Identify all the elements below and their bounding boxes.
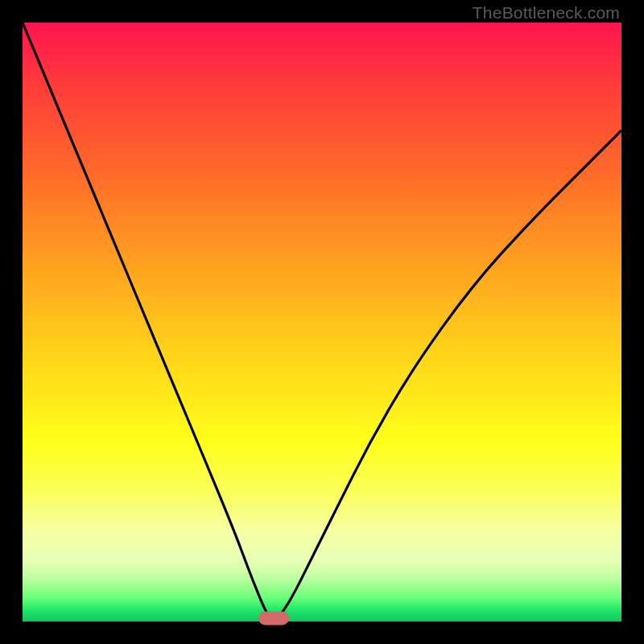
chart-frame: TheBottleneck.com: [0, 0, 644, 644]
curve-svg: [23, 23, 621, 621]
attribution-text: TheBottleneck.com: [473, 3, 620, 23]
bottleneck-curve: [23, 23, 621, 620]
plot-area: [23, 23, 621, 621]
optimum-marker: [258, 612, 289, 625]
